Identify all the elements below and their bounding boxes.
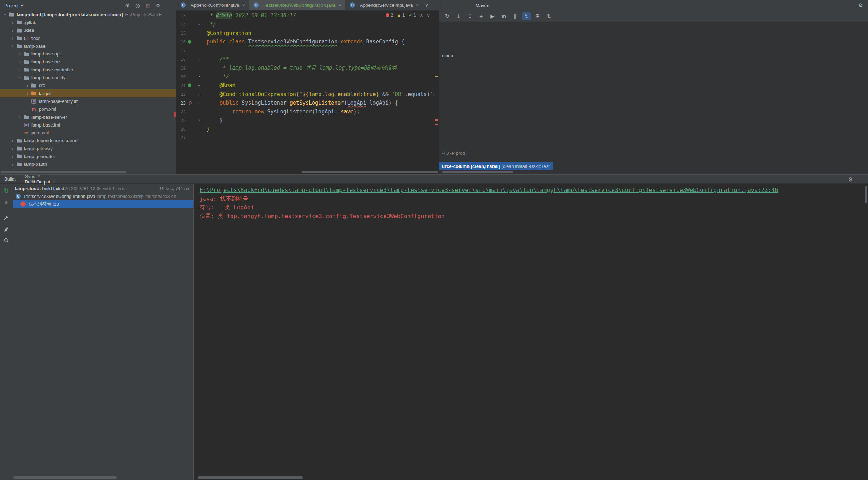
error-stripe-mark[interactable] [174, 112, 176, 117]
close-icon[interactable]: × [339, 3, 341, 8]
project-view-dropdown[interactable]: Project ▾ [4, 3, 23, 8]
generate-sources-icon[interactable]: ⇓ [454, 12, 463, 20]
build-tree-item[interactable]: lamp-cloud: build failed At 2022/9/1 13:… [13, 185, 193, 192]
project-tree-item[interactable]: ›01-docs [0, 34, 176, 42]
collapse-icon[interactable]: ⇅ [545, 12, 553, 20]
hidden-tabs-icon[interactable]: ∨ [422, 0, 431, 10]
build-tab-sync[interactable]: Sync× [25, 174, 55, 179]
chevron-icon[interactable]: › [10, 162, 16, 167]
chevron-icon[interactable]: › [10, 138, 16, 144]
build-tree-item[interactable]: !找不到符号 :23 [13, 200, 193, 208]
project-tree-item[interactable]: ›lamp-base-biz [0, 58, 176, 66]
chevron-icon[interactable]: › [17, 67, 23, 72]
project-tree-item[interactable]: ›lamp-oauth [0, 160, 176, 168]
project-tree-item[interactable]: mpom.xml [0, 105, 176, 113]
chevron-icon[interactable]: › [2, 12, 8, 18]
code-line[interactable]: 27 [176, 134, 434, 142]
next-problem-icon[interactable]: ∨ [427, 13, 430, 18]
project-tree-item[interactable]: ›lamp-base-controller [0, 66, 176, 74]
horizontal-scrollbar-thumb[interactable] [13, 476, 117, 479]
inspect-icon[interactable] [4, 236, 9, 245]
show-settings-icon[interactable]: ⊞ [533, 12, 542, 20]
project-tree-item[interactable]: lamp-base.iml [0, 121, 176, 129]
locate-icon[interactable]: ◎ [135, 3, 140, 8]
editor-tab[interactable]: CAppendixController.java× [176, 0, 249, 10]
fold-marker-icon[interactable]: › [196, 55, 202, 63]
warning-stripe-mark[interactable] [435, 76, 438, 77]
hide-icon[interactable]: — [166, 3, 171, 8]
chevron-icon[interactable]: › [24, 83, 30, 88]
code-line[interactable]: 22› @ConditionalOnExpression("${lamp.log… [176, 90, 434, 99]
code-line[interactable]: 24 return new SysLogListener(logApi::sav… [176, 107, 434, 116]
chevron-icon[interactable]: › [17, 51, 23, 57]
horizontal-scrollbar-thumb[interactable] [198, 476, 303, 479]
add-icon[interactable]: + [477, 12, 485, 20]
error-indicator[interactable]: 2 [386, 13, 393, 18]
download-sources-icon[interactable]: ↧ [466, 12, 474, 20]
horizontal-scrollbar-thumb[interactable] [302, 171, 438, 173]
annotation-gutter-icon[interactable]: @ [186, 100, 195, 106]
code-line[interactable]: 14› */ [176, 20, 434, 29]
settings-icon[interactable]: ⚙ [858, 2, 863, 8]
chevron-icon[interactable]: › [10, 153, 16, 159]
maven-config-item[interactable]: urce-column [clean,install] (clean insta… [439, 162, 553, 170]
fold-marker-icon[interactable]: › [196, 82, 202, 89]
fold-marker-icon[interactable]: › [196, 90, 202, 98]
fold-marker-icon[interactable]: › [196, 73, 202, 81]
maven-config-item[interactable]: olumn [439, 52, 553, 59]
chevron-icon[interactable]: › [17, 59, 23, 65]
spring-bean-gutter-icon[interactable] [186, 40, 193, 44]
passed-indicator[interactable]: ✔ 1 [409, 13, 416, 18]
code-line[interactable]: 20› */ [176, 72, 434, 81]
maven-config-item[interactable]: -T8 -P prod) [439, 149, 553, 157]
web-icon[interactable]: ⊕ [125, 3, 130, 8]
project-tree-item[interactable]: ›lamp-base-server [0, 113, 176, 121]
code-line[interactable]: 23@› public SysLogListener getSysLogList… [176, 99, 434, 107]
fold-marker-icon[interactable]: › [196, 21, 202, 28]
error-stripe-mark[interactable] [435, 124, 438, 125]
rerun-icon[interactable]: ↻ [4, 187, 9, 195]
chevron-icon[interactable]: › [17, 114, 23, 120]
chevron-icon[interactable]: › [10, 146, 16, 151]
code-line[interactable]: 17 [176, 46, 434, 55]
project-tree-item[interactable]: lamp-base-entity.iml [0, 97, 176, 105]
project-tree-item[interactable]: ›.idea [0, 27, 176, 34]
project-tree-item[interactable]: ›lamp-base-api [0, 50, 176, 58]
chevron-icon[interactable]: › [10, 19, 16, 25]
wrench-icon[interactable] [4, 213, 9, 222]
project-tree-item[interactable]: ›src [0, 82, 176, 89]
chevron-icon[interactable]: › [24, 90, 30, 96]
code-line[interactable]: 18› /** [176, 55, 434, 64]
code-line[interactable]: 16public class Testservice3WebConfigurat… [176, 37, 434, 46]
offline-mode-icon[interactable]: ↯ [522, 12, 531, 20]
project-tree-item[interactable]: ›lamp-public [0, 168, 176, 170]
chevron-icon[interactable]: › [10, 28, 16, 33]
horizontal-scrollbar-thumb[interactable] [442, 171, 513, 173]
skip-tests-icon[interactable]: ∦ [511, 12, 519, 20]
project-tree-item[interactable]: ›lamp-cloud [lamp-cloud-pro-datasource-c… [0, 11, 176, 18]
project-tree-item[interactable]: ›lamp-dependencies-parent [0, 137, 176, 145]
spring-bean-gutter-icon[interactable] [186, 83, 193, 87]
code-line[interactable]: 15@Configuration [176, 29, 434, 37]
pin-icon[interactable] [4, 225, 9, 233]
chevron-icon[interactable]: › [10, 35, 16, 41]
previous-problem-icon[interactable]: ∧ [420, 13, 423, 18]
code-editor[interactable]: 13 * @date 2022-09-01 13:36:1714› */15@C… [176, 11, 434, 169]
project-tree-item[interactable]: ›target [0, 89, 176, 97]
project-tree-item[interactable]: mpom.xml [0, 129, 176, 136]
chevron-icon[interactable]: › [10, 169, 16, 170]
editor-tab[interactable]: CAppendixServiceImpl.java× [345, 0, 423, 10]
warning-indicator[interactable]: ▲ 1 [397, 13, 405, 18]
collapse-all-icon[interactable]: ⊟ [146, 3, 150, 8]
close-icon[interactable]: × [37, 174, 40, 179]
file-link[interactable]: E:\Projects\BackEnd\cuedes\lamp-cloud\la… [200, 186, 868, 195]
reload-icon[interactable]: ↻ [443, 12, 451, 20]
stop-icon[interactable]: ■ [5, 198, 8, 206]
close-icon[interactable]: × [416, 3, 418, 8]
hide-icon[interactable]: — [858, 177, 864, 182]
project-tree-item[interactable]: ›lamp-base [0, 42, 176, 50]
chevron-icon[interactable]: › [17, 75, 23, 81]
chevron-icon[interactable]: › [10, 43, 16, 49]
build-tree-item[interactable]: CTestservice3WebConfiguration.java lamp-… [13, 192, 193, 200]
fold-marker-icon[interactable]: › [196, 117, 202, 124]
